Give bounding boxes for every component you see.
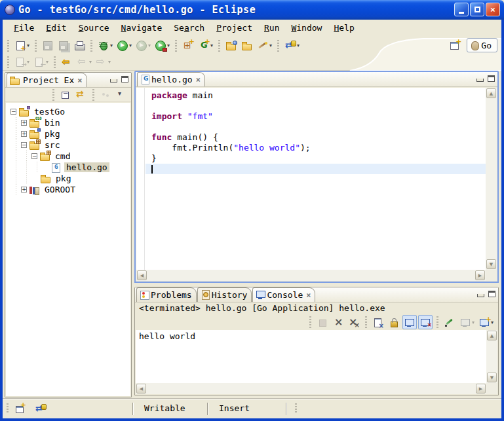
tree-item-pkg[interactable]: pkg (6, 173, 130, 184)
last-edit-button[interactable] (60, 55, 74, 69)
expand-icon[interactable]: + (21, 131, 27, 137)
tree-item-hello-go[interactable]: hello.go (6, 162, 130, 173)
close-view-icon[interactable]: × (77, 76, 82, 85)
maximize-button[interactable] (470, 3, 484, 16)
menu-search[interactable]: Search (168, 22, 210, 34)
editor-vertical-scrollbar[interactable]: ▲ ▼ (486, 88, 497, 270)
tree-item-GOROOT[interactable]: +GOROOT (6, 184, 130, 195)
menu-source[interactable]: Source (73, 22, 115, 34)
expand-icon[interactable]: + (21, 187, 27, 192)
editor-horizontal-scrollbar[interactable]: ◀ ▶ (136, 270, 486, 281)
close-button[interactable]: × (486, 3, 500, 16)
open-console-button[interactable]: +▾ (477, 315, 495, 329)
minimize-console-icon[interactable] (477, 294, 484, 297)
scroll-lock-button[interactable] (387, 315, 401, 329)
menu-run[interactable]: Run (258, 22, 285, 34)
mark-brush-button[interactable]: ▾ (256, 39, 273, 53)
new-wizard-button[interactable]: ▾ (13, 39, 31, 53)
scroll-right-icon[interactable]: ▶ (475, 270, 485, 280)
dropdown-arrow-icon[interactable]: ▾ (129, 43, 132, 48)
print-button[interactable] (72, 39, 87, 53)
new-go-project-button[interactable] (181, 39, 195, 53)
run-button[interactable]: ▾ (115, 39, 133, 53)
collapse-icon[interactable]: − (31, 153, 37, 159)
view-menu-button[interactable] (114, 88, 128, 102)
dropdown-arrow-icon[interactable]: ▾ (148, 43, 151, 48)
tab-console[interactable]: Console× (252, 287, 315, 302)
code-line-8[interactable] (145, 164, 486, 174)
scroll-up-icon[interactable]: ▲ (486, 88, 496, 98)
menu-navigate[interactable]: Navigate (115, 22, 168, 34)
code-area[interactable]: package mainimport "fmt"func main() { fm… (145, 88, 486, 270)
code-line-4[interactable] (145, 122, 486, 132)
dropdown-arrow-icon[interactable]: ▾ (108, 59, 111, 65)
maximize-editor-icon[interactable] (488, 75, 495, 82)
tree-item-testGo[interactable]: −testGo (6, 106, 130, 117)
code-line-2[interactable] (145, 101, 486, 111)
dropdown-arrow-icon[interactable]: ▾ (27, 43, 29, 48)
menu-file[interactable]: File (8, 22, 40, 34)
dropdown-arrow-icon[interactable]: ▾ (27, 59, 29, 65)
console-horizontal-scrollbar[interactable]: ◀ ▶ (136, 383, 486, 394)
show-stderr-button[interactable]: × (418, 315, 433, 329)
collapse-icon[interactable]: − (10, 109, 16, 115)
scroll-down-icon[interactable]: ▼ (487, 373, 497, 382)
tree-item-pkg[interactable]: +pkg (6, 128, 130, 139)
pin-console-button[interactable] (442, 315, 457, 329)
dropdown-arrow-icon[interactable]: ▾ (89, 59, 92, 65)
title-bar[interactable]: Go - testGo/src/cmd/hello.go - Eclipse × (0, 0, 504, 20)
new-fast-view-button[interactable] (13, 401, 28, 416)
menu-edit[interactable]: Edit (40, 22, 72, 34)
dropdown-arrow-icon[interactable]: ▾ (297, 43, 300, 48)
scroll-down-icon[interactable]: ▼ (486, 259, 496, 269)
tab-problems[interactable]: Problems (136, 287, 197, 302)
code-line-6[interactable]: fmt.Println("hello world"); (145, 143, 486, 153)
tab-history[interactable]: History (197, 287, 252, 302)
close-editor-icon[interactable]: × (196, 75, 201, 84)
minimize-view-icon[interactable] (110, 79, 117, 82)
maximize-console-icon[interactable] (488, 291, 495, 297)
dropdown-arrow-icon[interactable]: ▾ (210, 43, 213, 48)
code-line-5[interactable]: func main() { (145, 132, 486, 143)
close-tab-icon[interactable]: × (306, 291, 311, 300)
perspective-go-button[interactable]: Go (467, 38, 497, 52)
link-editor-button[interactable] (74, 88, 88, 102)
scroll-left-icon[interactable]: ◀ (136, 384, 146, 394)
expand-icon[interactable]: + (21, 120, 27, 126)
dropdown-arrow-icon[interactable]: ▾ (110, 43, 113, 48)
search-folder-button[interactable] (224, 39, 239, 53)
new-go-element-button[interactable]: ▾ (197, 39, 214, 53)
show-stdout-button[interactable] (402, 315, 417, 329)
swap-views-button[interactable]: ▾ (283, 39, 301, 53)
dropdown-arrow-icon[interactable]: ▾ (269, 43, 272, 48)
code-line-3[interactable]: import "fmt" (145, 111, 486, 122)
menu-project[interactable]: Project (210, 22, 258, 34)
tree-item-src[interactable]: −src (6, 139, 130, 151)
collapse-all-button[interactable] (58, 88, 73, 102)
open-resource-button[interactable] (240, 39, 254, 53)
code-line-7[interactable]: } (145, 153, 486, 164)
tree-item-bin[interactable]: +010bin (6, 117, 130, 128)
dropdown-arrow-icon[interactable]: ▾ (167, 43, 170, 48)
console-vertical-scrollbar[interactable]: ▲ ▼ (486, 330, 497, 383)
code-line-1[interactable]: package main (145, 90, 486, 101)
maximize-view-icon[interactable] (121, 76, 128, 82)
open-perspective-button[interactable] (448, 38, 462, 52)
debug-button[interactable]: ▾ (96, 39, 114, 53)
restore-view-button[interactable] (33, 401, 48, 416)
minimize-button[interactable] (454, 3, 469, 16)
menu-help[interactable]: Help (328, 22, 360, 34)
dropdown-arrow-icon[interactable]: ▾ (472, 320, 475, 325)
run-tool-button[interactable]: ▾ (153, 39, 171, 53)
minimize-editor-icon[interactable] (476, 79, 484, 82)
remove-launch-button[interactable] (331, 315, 345, 329)
collapse-icon[interactable]: − (21, 142, 27, 148)
clear-console-button[interactable] (371, 315, 385, 329)
project-explorer-tab[interactable]: Project Ex × (7, 73, 87, 87)
menu-window[interactable]: Window (285, 22, 328, 34)
remove-all-button[interactable] (347, 315, 361, 329)
scroll-left-icon[interactable]: ◀ (137, 270, 147, 280)
scroll-up-icon[interactable]: ▲ (487, 331, 497, 340)
editor-tab-hello-go[interactable]: hello.go × (137, 72, 205, 86)
dropdown-arrow-icon[interactable]: ▾ (46, 59, 48, 65)
